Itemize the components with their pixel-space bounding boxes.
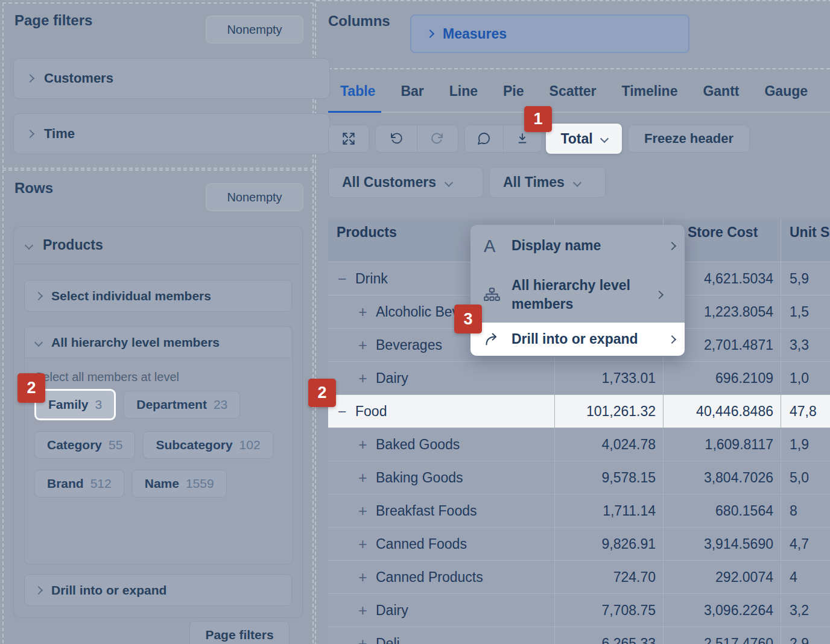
active-tab-underline <box>328 111 381 113</box>
rows-nonempty-button[interactable]: Nonempty <box>206 183 303 211</box>
page-filters-footer-button[interactable]: Page filters <box>189 621 290 644</box>
tab-gantt[interactable]: Gantt <box>703 83 739 99</box>
rows-title: Rows <box>14 180 53 197</box>
expand-toggle[interactable]: + <box>358 635 370 644</box>
row-label: Food <box>355 403 387 420</box>
drill-into-or-expand-button[interactable]: Drill into or expand <box>24 574 292 606</box>
tab-scatter[interactable]: Scatter <box>550 83 597 99</box>
table-row-dairy-drink[interactable]: +Dairy 1,733.01 696.2109 1,0 <box>328 362 830 395</box>
page-filters-title: Page filters <box>14 12 92 29</box>
cell-store-cost: 2,517.4760 <box>664 627 781 644</box>
cell-unit-sales: 1,0 <box>781 362 830 394</box>
expand-toggle[interactable]: + <box>358 336 370 354</box>
tab-gauge[interactable]: Gauge <box>764 83 808 99</box>
expand-toggle[interactable]: + <box>358 370 370 387</box>
level-chip-subcategory[interactable]: Subcategory 102 <box>143 431 273 459</box>
select-individual-members-button[interactable]: Select individual members <box>24 280 292 312</box>
measures-label: Measures <box>443 26 507 42</box>
cell-store-sales: 9,826.91 <box>555 528 664 560</box>
cell-store-cost: 1,609.8117 <box>664 428 781 461</box>
products-group-header[interactable]: Products <box>14 227 301 264</box>
tab-timeline[interactable]: Timeline <box>622 83 678 99</box>
table-row-canned-foods[interactable]: +Canned Foods 9,826.91 3,914.5690 4,7 <box>328 528 830 561</box>
all-hierarchy-levels-label: All hierarchy level members <box>51 335 220 350</box>
chevron-down-icon <box>574 180 580 186</box>
collapse-toggle[interactable]: − <box>338 403 350 420</box>
cell-store-sales: 724.70 <box>555 561 664 593</box>
freeze-header-button[interactable]: Freeze header <box>628 125 750 153</box>
menu-item-display-name[interactable]: A Display name <box>470 225 685 267</box>
level-chip-name[interactable]: Name 1559 <box>132 470 227 497</box>
expand-toggle[interactable]: + <box>358 602 370 619</box>
table-row-food-highlighted[interactable]: −Food 101,261.32 40,446.8486 47,8 <box>328 395 830 428</box>
cell-store-cost: 3,804.7026 <box>664 461 781 494</box>
level-chip-department[interactable]: Department 23 <box>124 391 240 418</box>
row-label: Drink <box>355 271 388 287</box>
all-times-label: All Times <box>503 174 565 191</box>
tab-line[interactable]: Line <box>449 83 478 99</box>
cell-unit-sales: 3,2 <box>781 594 830 627</box>
menu-item-drill-into-or-expand[interactable]: Drill into or expand <box>470 323 685 356</box>
expand-toggle[interactable]: + <box>358 436 370 453</box>
column-header-unit-sales[interactable]: Unit Sales <box>781 219 830 262</box>
chevron-right-icon <box>36 587 42 593</box>
table-row-canned-products[interactable]: +Canned Products 724.70 292.0074 4 <box>328 561 830 594</box>
tab-table[interactable]: Table <box>340 83 375 99</box>
level-chip-brand[interactable]: Brand 512 <box>34 470 124 497</box>
chevron-right-icon <box>36 293 42 299</box>
table-row-deli[interactable]: +Deli 6,265.33 2,517.4760 2,9 <box>328 627 830 644</box>
all-customers-dropdown[interactable]: All Customers <box>328 167 483 198</box>
chevron-down-icon <box>601 136 607 142</box>
cell-store-sales: 1,733.01 <box>555 362 664 394</box>
chevron-down-icon <box>446 180 452 186</box>
cell-unit-sales: 5,0 <box>781 461 830 494</box>
cell-store-sales: 6,265.33 <box>555 627 664 644</box>
level-chip-family[interactable]: Family 3 <box>34 389 116 420</box>
level-chip-label: Name <box>145 476 179 491</box>
expand-toggle[interactable]: + <box>358 535 370 553</box>
tab-bar[interactable]: Bar <box>401 83 423 99</box>
comment-button[interactable] <box>465 125 503 152</box>
page-filters-nonempty-button[interactable]: Nonempty <box>206 16 303 43</box>
table-row-dairy-food[interactable]: +Dairy 7,708.75 3,096.2264 3,2 <box>328 594 830 627</box>
cell-unit-sales: 5,9 <box>781 262 830 295</box>
products-group-label: Products <box>43 237 103 253</box>
drill-expand-icon <box>484 331 512 347</box>
annotation-badge-2-right: 2 <box>308 379 336 407</box>
menu-item-all-hierarchy-level-members[interactable]: All hierarchy level members <box>470 267 685 323</box>
context-menu: A Display name All hierarchy level membe… <box>470 225 685 356</box>
measures-pill[interactable]: Measures <box>410 14 689 53</box>
level-chip-count: 512 <box>90 476 112 491</box>
sidebar-item-customers[interactable]: Customers <box>13 58 330 99</box>
table-row-baked-goods[interactable]: +Baked Goods 4,024.78 1,609.8117 1,9 <box>328 428 830 461</box>
expand-toggle[interactable]: + <box>358 303 370 321</box>
level-chip-category[interactable]: Category 55 <box>34 431 135 459</box>
row-label: Canned Products <box>376 569 483 586</box>
expand-toggle[interactable]: + <box>358 502 370 520</box>
undo-redo-group <box>375 125 458 153</box>
total-dropdown-button[interactable]: Total <box>546 124 622 154</box>
all-times-dropdown[interactable]: All Times <box>489 167 606 198</box>
redo-button[interactable] <box>417 125 458 152</box>
tab-pie[interactable]: Pie <box>503 83 524 99</box>
columns-title: Columns <box>328 13 390 30</box>
annotation-badge-2-left: 2 <box>17 373 45 403</box>
fullscreen-button[interactable] <box>328 125 369 153</box>
cell-unit-sales: 4,7 <box>781 528 830 560</box>
page-filters-footer-label: Page filters <box>205 628 273 642</box>
select-all-at-level-label: Select all members at level <box>35 370 179 384</box>
expand-toggle[interactable]: + <box>358 569 370 586</box>
tabs-underline <box>328 112 830 113</box>
expand-toggle[interactable]: + <box>358 469 370 487</box>
table-row-breakfast-foods[interactable]: +Breakfast Foods 1,711.14 680.1564 8 <box>328 494 830 528</box>
chevron-right-icon <box>427 31 433 37</box>
sidebar-item-time[interactable]: Time <box>13 113 330 154</box>
undo-button[interactable] <box>376 125 417 152</box>
level-chip-count: 55 <box>109 438 122 452</box>
table-row-baking-goods[interactable]: +Baking Goods 9,578.15 3,804.7026 5,0 <box>328 461 830 494</box>
cell-store-cost: 292.0074 <box>664 561 781 593</box>
cell-store-cost: 696.2109 <box>664 362 781 394</box>
collapse-toggle[interactable]: − <box>338 270 350 288</box>
all-hierarchy-levels-header[interactable]: All hierarchy level members <box>24 326 292 358</box>
chevron-right-icon <box>27 131 33 137</box>
